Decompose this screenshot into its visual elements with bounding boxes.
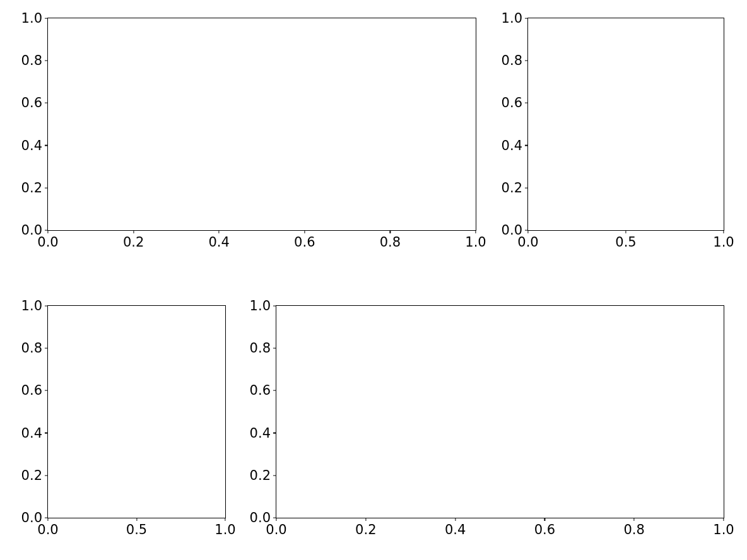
ytick-mark: [45, 390, 48, 391]
ytick-label: 0.2: [502, 180, 522, 195]
ytick-mark: [45, 103, 48, 103]
ytick-mark: [45, 433, 48, 433]
xtick-mark: [634, 518, 635, 521]
ytick-mark: [525, 187, 528, 188]
ytick-label: 0.2: [250, 468, 271, 483]
ytick-label: 1.0: [502, 11, 522, 26]
ytick-label: 0.2: [21, 468, 42, 483]
xtick-label: 0.0: [517, 235, 538, 250]
ytick-label: 0.8: [250, 341, 271, 356]
axes-bottom-right: 0.0 0.2 0.4 0.6 0.8 1.0 0.0 0.2 0.4 0.6 …: [276, 305, 724, 518]
axes-top-left: 0.0 0.2 0.4 0.6 0.8 1.0 0.0 0.2 0.4 0.6 …: [47, 18, 476, 231]
xtick-mark: [723, 518, 724, 521]
xtick-label: 0.8: [623, 522, 644, 537]
ytick-mark: [525, 103, 528, 103]
ytick-label: 0.4: [21, 426, 42, 441]
ytick-label: 0.4: [250, 426, 271, 441]
ytick-label: 0.8: [21, 341, 42, 356]
xtick-mark: [475, 230, 476, 233]
ytick-mark: [45, 475, 48, 475]
xtick-label: 1.0: [215, 522, 235, 537]
ytick-mark: [525, 18, 528, 18]
ytick-label: 0.6: [502, 95, 522, 110]
ytick-label: 1.0: [21, 11, 42, 26]
ytick-mark: [525, 145, 528, 146]
xtick-label: 1.0: [465, 235, 486, 250]
xtick-label: 0.4: [445, 522, 466, 537]
ytick-label: 0.8: [502, 53, 522, 68]
ytick-label: 0.6: [250, 383, 271, 398]
xtick-label: 0.2: [355, 522, 376, 537]
ytick-label: 0.2: [21, 180, 42, 195]
xtick-label: 0.6: [294, 235, 315, 250]
xtick-mark: [225, 518, 225, 521]
ytick-mark: [45, 187, 48, 188]
xtick-mark: [136, 518, 137, 521]
xtick-label: 0.0: [37, 235, 58, 250]
xtick-label: 0.6: [534, 522, 555, 537]
ytick-mark: [273, 348, 276, 349]
ytick-mark: [273, 390, 276, 391]
xtick-mark: [276, 518, 276, 521]
ytick-mark: [45, 305, 48, 306]
ytick-label: 0.4: [21, 138, 42, 153]
ytick-mark: [273, 305, 276, 306]
xtick-mark: [544, 518, 545, 521]
xtick-label: 0.5: [615, 235, 636, 250]
ytick-mark: [45, 61, 48, 61]
xtick-label: 0.5: [126, 522, 147, 537]
xtick-mark: [133, 230, 134, 233]
axes-top-right: 0.0 0.2 0.4 0.6 0.8 1.0 0.0 0.5 1.0: [527, 18, 724, 231]
ytick-mark: [45, 145, 48, 146]
xtick-mark: [47, 518, 48, 521]
ytick-label: 0.4: [502, 138, 522, 153]
xtick-mark: [455, 518, 456, 521]
figure: 0.0 0.2 0.4 0.6 0.8 1.0 0.0 0.2 0.4 0.6 …: [0, 0, 747, 560]
xtick-label: 0.0: [266, 522, 286, 537]
xtick-label: 0.2: [123, 235, 144, 250]
ytick-label: 1.0: [250, 298, 271, 313]
xtick-label: 0.4: [208, 235, 229, 250]
xtick-mark: [219, 230, 220, 233]
ytick-mark: [525, 61, 528, 61]
ytick-mark: [45, 18, 48, 18]
ytick-label: 0.8: [21, 53, 42, 68]
ytick-label: 0.6: [21, 95, 42, 110]
ytick-mark: [45, 348, 48, 349]
xtick-mark: [390, 230, 391, 233]
xtick-mark: [47, 230, 48, 233]
xtick-mark: [625, 230, 626, 233]
xtick-label: 0.8: [380, 235, 401, 250]
xtick-mark: [723, 230, 724, 233]
ytick-mark: [273, 433, 276, 433]
ytick-mark: [273, 475, 276, 475]
xtick-label: 1.0: [713, 522, 734, 537]
xtick-mark: [527, 230, 528, 233]
xtick-mark: [304, 230, 305, 233]
ytick-label: 1.0: [21, 298, 42, 313]
ytick-label: 0.6: [21, 383, 42, 398]
xtick-label: 0.0: [37, 522, 58, 537]
xtick-mark: [365, 518, 366, 521]
axes-bottom-left: 0.0 0.2 0.4 0.6 0.8 1.0 0.0 0.5 1.0: [47, 305, 226, 518]
xtick-label: 1.0: [713, 235, 734, 250]
